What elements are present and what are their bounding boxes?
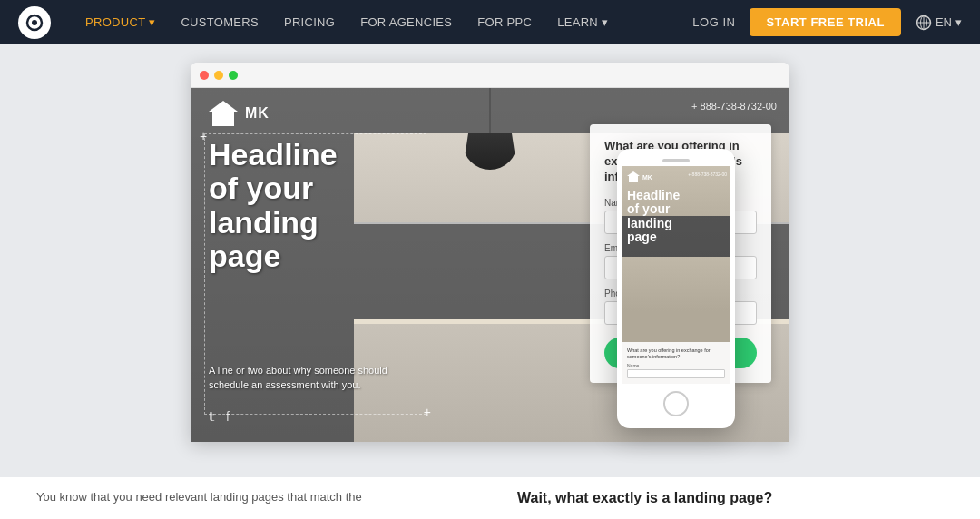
mobile-form-mini: What are you offering in exchange for so… — [622, 342, 730, 384]
mk-brand-text: MK — [245, 105, 270, 122]
landing-headline-text: Headlineof yourlandingpage — [209, 138, 338, 274]
main-content: + + MK + 888-738-8732-00 — [0, 44, 980, 519]
browser-dot-minimize — [214, 71, 223, 80]
landing-phone: + 888-738-8732-00 — [691, 101, 777, 112]
mobile-speaker — [662, 159, 690, 162]
mobile-screen: MK + 888-738-8732-00 Headlineof yourland… — [622, 166, 730, 384]
mobile-name-input[interactable] — [627, 369, 725, 378]
nav-links: PRODUCT ▾ CUSTOMERS PRICING FOR AGENCIES… — [73, 15, 692, 29]
mk-logo: MK — [209, 101, 270, 126]
browser-bar — [191, 63, 789, 88]
social-icons: 𝕥 f — [209, 409, 230, 424]
mockups-wrapper: + + MK + 888-738-8732-00 — [191, 63, 789, 442]
corner-br: + — [424, 405, 431, 419]
browser-dot-close — [200, 71, 209, 80]
nav-item-product[interactable]: PRODUCT ▾ — [73, 15, 168, 29]
navigation: PRODUCT ▾ CUSTOMERS PRICING FOR AGENCIES… — [0, 0, 980, 44]
logo[interactable] — [18, 6, 51, 39]
landing-headline: Headlineof yourlandingpage — [209, 138, 338, 274]
language-selector[interactable]: EN ▾ — [916, 15, 962, 31]
mobile-mk-house — [627, 171, 640, 182]
start-trial-button[interactable]: START FREE TRIAL — [750, 8, 901, 36]
mobile-headline: Headlineof yourlandingpage — [627, 189, 680, 245]
nav-item-learn[interactable]: LEARN ▾ — [544, 15, 621, 29]
bottom-right-heading: Wait, what exactly is a landing page? — [517, 490, 944, 506]
mobile-phone-num: + 888-738-8732-00 — [688, 171, 727, 177]
login-link[interactable]: LOG IN — [692, 15, 735, 29]
mobile-mockup: MK + 888-738-8732-00 Headlineof yourland… — [617, 149, 735, 428]
mk-house-icon — [209, 101, 238, 126]
browser-dot-maximize — [229, 71, 238, 80]
nav-item-pricing[interactable]: PRICING — [271, 15, 348, 29]
bottom-left-text: You know that you need relevant landing … — [36, 490, 463, 506]
ceiling-lamp — [463, 88, 517, 170]
logo-icon — [25, 14, 44, 32]
twitter-icon: 𝕥 — [209, 409, 215, 424]
mobile-mk-text: MK — [642, 174, 652, 181]
language-label: EN — [936, 15, 952, 29]
mobile-mk-logo: MK — [627, 171, 652, 182]
nav-item-agencies[interactable]: FOR AGENCIES — [348, 15, 465, 29]
svg-point-1 — [32, 20, 37, 25]
landing-subtext: A line or two about why someone should s… — [209, 364, 417, 392]
bottom-section: You know that you need relevant landing … — [0, 477, 980, 519]
mobile-headline-text: Headlineof yourlandingpage — [627, 189, 680, 245]
mobile-home-button[interactable] — [663, 391, 689, 416]
nav-item-customers[interactable]: CUSTOMERS — [168, 15, 271, 29]
lang-arrow: ▾ — [956, 15, 962, 29]
mobile-form-question: What are you offering in exchange for so… — [627, 348, 725, 360]
mobile-form-name-label: Name — [627, 363, 725, 368]
facebook-icon: f — [226, 409, 230, 424]
globe-icon — [916, 15, 932, 31]
corner-tl: + — [200, 129, 207, 143]
nav-right: LOG IN START FREE TRIAL EN ▾ — [692, 8, 962, 36]
nav-item-ppc[interactable]: FOR PPC — [465, 15, 544, 29]
